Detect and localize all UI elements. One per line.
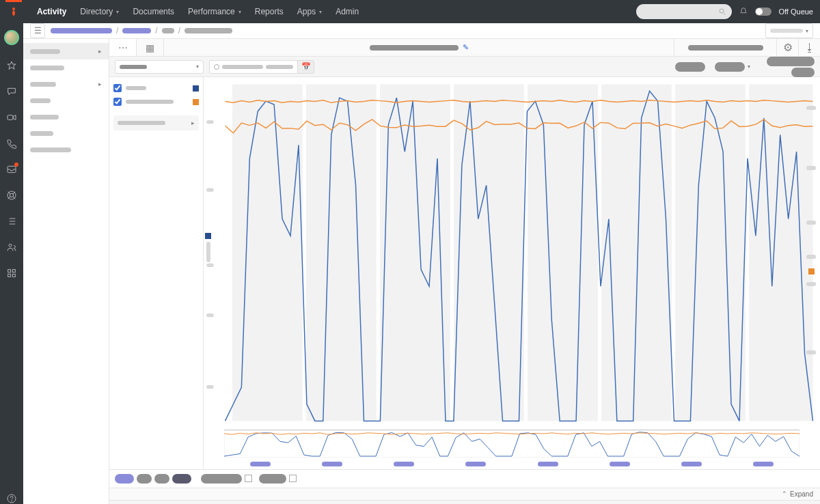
metric-dropdown[interactable]: ▾ [115,60,204,74]
sidebar-item-4[interactable] [23,109,109,125]
right-axis-ticks [805,77,819,469]
chart-minimap[interactable] [224,430,800,469]
svg-line-2 [724,13,726,15]
svg-rect-15 [232,84,303,421]
sidebar-item-5[interactable] [23,125,109,141]
filter-check-0[interactable] [245,475,252,482]
hamburger-icon[interactable]: ☰ [30,23,45,38]
nav-apps[interactable]: Apps▾ [290,0,329,23]
breadcrumb-bar: ☰ /// ▾ [23,23,820,39]
svg-rect-12 [12,274,15,277]
filter-chip-0[interactable] [115,474,134,484]
legend-series-0[interactable] [113,81,199,95]
brand-logo[interactable] [7,5,20,18]
filter-chip-2[interactable] [154,474,169,484]
queue-toggle[interactable] [755,8,771,16]
svg-rect-21 [675,84,746,421]
svg-rect-26 [206,313,213,317]
view-title: ✎ [164,39,674,56]
svg-point-8 [9,244,12,247]
svg-point-14 [12,501,12,501]
svg-marker-3 [8,61,16,69]
svg-rect-9 [8,270,11,272]
filter-opt-0 [201,474,242,484]
star-icon[interactable] [6,60,17,71]
settings-icon[interactable]: ⚙ [776,39,798,56]
svg-point-7 [10,193,13,197]
breadcrumb-seg-2[interactable] [162,28,174,33]
svg-rect-11 [8,274,11,277]
list-icon[interactable] [6,216,17,227]
breadcrumb-seg-0[interactable] [51,28,112,33]
left-sidebar: ▸▸ [23,39,109,504]
view-tabstrip: ⋯ ▦ ✎ ⚙ ⭳ [109,39,820,57]
summary-value-1 [767,57,815,66]
queue-status-label: Off Queue [778,8,813,16]
filter-chip-3[interactable] [172,474,191,484]
control-pill-1[interactable] [675,62,705,72]
chart-controls: ▾ 📅 ▾ [109,57,820,77]
date-range-picker[interactable]: 📅 [209,60,314,74]
legend-series-1[interactable] [113,95,199,109]
svg-rect-27 [206,385,213,389]
user-avatar[interactable] [4,30,19,45]
sidebar-item-3[interactable] [23,92,109,109]
sidebar-item-2[interactable]: ▸ [23,76,109,92]
summary-value-2 [791,68,815,77]
chart-footer-filters [109,469,820,488]
chat-icon[interactable] [6,86,17,97]
view-subtitle [674,39,776,56]
nav-activity[interactable]: Activity [30,0,73,23]
help-icon[interactable] [6,493,17,504]
sidebar-item-0[interactable]: ▸ [23,43,109,59]
nav-directory[interactable]: Directory▾ [73,0,126,23]
search-icon [718,8,726,16]
svg-rect-18 [454,84,524,421]
control-dropdown-2[interactable]: ▾ [711,60,754,74]
global-search[interactable] [636,4,732,19]
svg-point-0 [12,8,15,10]
svg-rect-4 [8,115,13,120]
left-axis-handle[interactable] [205,233,211,262]
left-rail [0,23,23,504]
nav-performance[interactable]: Performance▾ [181,0,248,23]
breadcrumb-seg-1[interactable] [122,28,151,33]
nav-admin[interactable]: Admin [329,0,366,23]
phone-icon[interactable] [6,138,17,149]
breadcrumb-seg-3[interactable] [184,28,232,33]
chart-area[interactable] [204,77,820,469]
lifebuoy-icon[interactable] [6,190,17,201]
nav-reports[interactable]: Reports [248,0,290,23]
sidebar-item-6[interactable] [23,141,109,158]
svg-rect-25 [206,264,213,267]
chart-legend: ▸ [109,77,204,469]
svg-rect-10 [12,270,15,272]
apps-icon[interactable] [6,268,17,279]
sidebar-item-1[interactable] [23,59,109,76]
tab-grid[interactable]: ▦ [137,39,164,56]
svg-rect-20 [601,84,672,421]
edit-title-icon[interactable]: ✎ [463,43,469,52]
video-icon[interactable] [6,112,17,123]
svg-rect-24 [206,188,213,192]
filter-opt-1 [259,474,286,484]
svg-rect-22 [749,84,812,421]
calendar-icon[interactable]: 📅 [298,60,314,74]
chart-footer-secondary [109,500,820,504]
notifications-icon[interactable] [739,7,748,16]
svg-rect-16 [306,84,377,421]
tab-timeline[interactable]: ⋯ [109,39,137,56]
svg-point-13 [8,494,16,503]
inbox-icon[interactable] [6,164,17,175]
legend-more[interactable]: ▸ [113,115,199,130]
expand-panel-button[interactable]: ⌃Expand [109,488,820,500]
svg-rect-23 [206,120,213,124]
filter-check-1[interactable] [289,475,297,482]
filter-chip-1[interactable] [137,474,152,484]
breadcrumb-dropdown[interactable]: ▾ [765,23,813,38]
svg-rect-19 [528,84,598,421]
nav-documents[interactable]: Documents [126,0,181,23]
download-icon[interactable]: ⭳ [798,39,820,56]
svg-point-1 [720,9,724,13]
users-icon[interactable] [6,242,17,253]
